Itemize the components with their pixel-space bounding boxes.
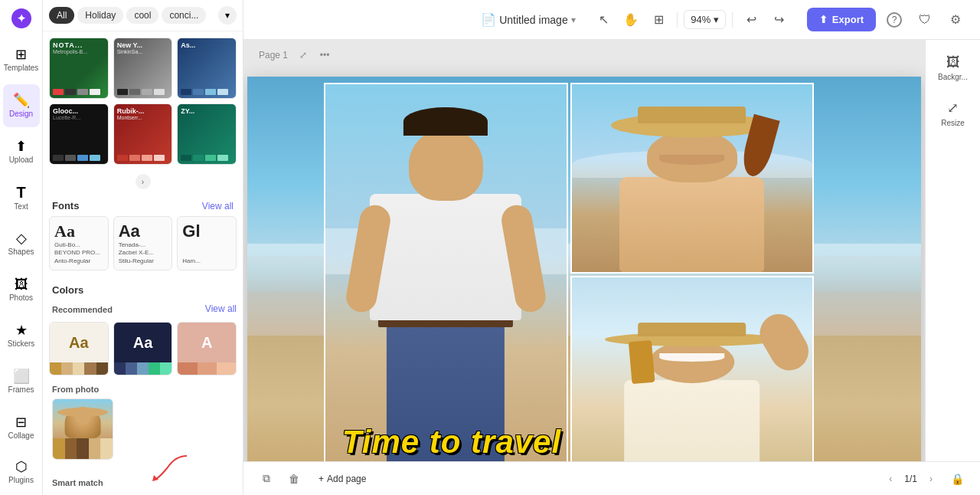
template-card-4[interactable]: Glooc... Lucette-R... <box>49 103 109 165</box>
template-card-6[interactable]: ZY... <box>177 103 237 165</box>
resize-panel-button[interactable]: ⤢ Resize <box>932 92 975 135</box>
zoom-dropdown-icon: ▾ <box>714 14 719 25</box>
page-navigation: ‹ 1/1 › <box>881 470 940 488</box>
from-photo-palette[interactable] <box>52 398 113 460</box>
stickers-icon: ★ <box>15 323 28 337</box>
photo-cell-2[interactable] <box>324 83 568 461</box>
resize-panel-label: Resize <box>941 119 965 127</box>
photo-cell-3[interactable] <box>570 276 815 462</box>
font-grid: Aa Guti-Bo...BEYOND PRO...Anto-Regular A… <box>43 216 243 277</box>
help-button[interactable]: ? <box>882 8 906 32</box>
from-photo-label: From photo <box>49 382 237 395</box>
frames-icon: ⬜ <box>13 369 30 383</box>
zoom-control[interactable]: 94% ▾ <box>684 10 726 29</box>
fonts-section-header: Fonts View all <box>43 192 243 216</box>
palette-card-2[interactable]: Aa <box>113 322 173 375</box>
filter-more-button[interactable]: ▾ <box>218 6 237 25</box>
export-icon: ⬆ <box>819 14 828 25</box>
sidebar-item-collage[interactable]: ⊟ Collage <box>3 406 40 449</box>
prev-page-button[interactable]: ‹ <box>881 470 900 488</box>
cursor-tool-button[interactable]: ↖ <box>591 8 616 32</box>
template-grid: NOTA... Metropolis-B... New Y... SinkinS… <box>43 31 243 171</box>
canvas-text-overlay[interactable]: Time to travel <box>333 425 570 460</box>
template-card-2[interactable]: New Y... SinkinSa... <box>113 38 173 99</box>
sidebar-item-upload[interactable]: ⬆ Upload <box>3 130 40 173</box>
palette-card-1[interactable]: Aa <box>49 322 109 375</box>
text-icon: T <box>16 185 25 200</box>
redo-icon: ↪ <box>774 12 784 27</box>
background-panel-button[interactable]: 🖼 Backgr... <box>932 46 975 89</box>
sidebar-item-shapes[interactable]: ◇ Shapes <box>3 222 40 265</box>
add-page-icon: + <box>318 474 324 484</box>
hand-icon: ✋ <box>623 12 639 27</box>
undo-button[interactable]: ↩ <box>739 8 763 32</box>
next-page-button[interactable]: › <box>922 470 940 488</box>
doc-title: Untitled image <box>499 14 568 26</box>
right-panel: 🖼 Backgr... ⤢ Resize <box>925 40 980 461</box>
layout-tool-button[interactable]: ⊞ <box>646 8 671 32</box>
cursor-icon: ↖ <box>599 12 609 27</box>
sidebar-item-plugins-label: Plugins <box>8 476 34 484</box>
app-logo[interactable]: ✦ <box>9 6 34 31</box>
top-toolbar: 📄 Untitled image ▾ ↖ ✋ ⊞ 94% ▾ <box>243 0 980 40</box>
bottom-bar: ⧉ 🗑 + Add page ‹ 1/1 › 🔒 <box>243 461 980 495</box>
sidebar-item-plugins[interactable]: ⬡ Plugins <box>3 451 40 493</box>
colors-section-header: Colors <box>43 277 243 300</box>
sidebar-item-design-label: Design <box>9 110 33 118</box>
filter-all[interactable]: All <box>49 7 74 24</box>
background-panel-label: Backgr... <box>938 73 968 81</box>
page-label: Page 1 ⤢ ••• <box>259 46 334 64</box>
font-card-2[interactable]: Aa Tenada-...Zacbel X-E...Stilu-Regular <box>113 216 173 270</box>
sidebar-item-upload-label: Upload <box>9 156 34 164</box>
sidebar-item-frames[interactable]: ⬜ Frames <box>3 360 40 403</box>
filter-cool[interactable]: cool <box>126 7 158 24</box>
template-card-1[interactable]: NOTA... Metropolis-B... <box>49 38 109 99</box>
resize-icon: ⤢ <box>947 100 959 116</box>
canvas[interactable]: Time to travel <box>247 77 921 461</box>
redo-button[interactable]: ↪ <box>766 8 791 32</box>
scroll-more-btn[interactable]: › <box>136 174 151 189</box>
colors-section: Recommended View all Aa <box>43 300 243 495</box>
template-card-3[interactable]: As... <box>177 38 237 99</box>
export-button[interactable]: ⬆ Export <box>807 8 876 31</box>
canvas-wrapper: Time to travel <box>247 77 921 461</box>
filter-holiday[interactable]: Holiday <box>77 7 123 24</box>
delete-page-button[interactable]: 🗑 <box>283 468 305 490</box>
shield-icon: 🛡 <box>919 13 931 27</box>
undo-icon: ↩ <box>746 12 756 27</box>
settings-button[interactable]: ⚙ <box>943 8 968 32</box>
duplicate-page-button[interactable]: ⧉ <box>256 468 277 490</box>
filter-bar: All Holiday cool conci... ▾ <box>43 0 243 31</box>
zoom-value: 94% <box>691 14 710 25</box>
smart-match-label: Smart match <box>49 474 106 490</box>
sidebar-item-design[interactable]: ✏️ Design <box>3 84 40 127</box>
color-palette-grid: Aa Aa <box>49 322 237 375</box>
sidebar-item-text[interactable]: T Text <box>3 176 40 219</box>
sidebar-item-photos-label: Photos <box>9 293 33 302</box>
svg-text:✦: ✦ <box>17 12 26 25</box>
sidebar-item-photos[interactable]: 🖼 Photos <box>3 268 40 311</box>
palette-card-3[interactable]: A <box>177 322 237 375</box>
doc-dropdown-icon[interactable]: ▾ <box>571 15 576 25</box>
smart-match-arrow <box>145 452 191 483</box>
fonts-view-all[interactable]: View all <box>202 201 234 211</box>
font-card-1[interactable]: Aa Guti-Bo...BEYOND PRO...Anto-Regular <box>49 216 109 270</box>
sidebar-item-templates[interactable]: ⊞ Templates <box>3 38 40 81</box>
duplicate-icon: ⧉ <box>263 472 270 485</box>
lock-icon: 🔒 <box>951 473 964 485</box>
lock-button[interactable]: 🔒 <box>946 468 968 490</box>
filter-concise[interactable]: conci... <box>162 7 206 24</box>
hand-tool-button[interactable]: ✋ <box>619 8 643 32</box>
sidebar-item-stickers[interactable]: ★ Stickers <box>3 314 40 357</box>
page-expand-button[interactable]: ⤢ <box>294 46 312 64</box>
colors-view-all[interactable]: View all <box>205 303 237 314</box>
page-more-button[interactable]: ••• <box>315 46 334 64</box>
template-card-5[interactable]: Rubik-... Montserr... <box>113 103 173 165</box>
shield-button[interactable]: 🛡 <box>913 8 937 32</box>
toolbar-right: ⬆ Export ? 🛡 ⚙ <box>807 8 968 32</box>
photo-cell-1[interactable] <box>570 83 815 274</box>
add-page-button[interactable]: + Add page <box>311 470 374 487</box>
recommended-label: Recommended <box>49 300 116 317</box>
font-card-3[interactable]: Gl Ham... <box>177 216 237 270</box>
photo-grid <box>324 83 814 461</box>
